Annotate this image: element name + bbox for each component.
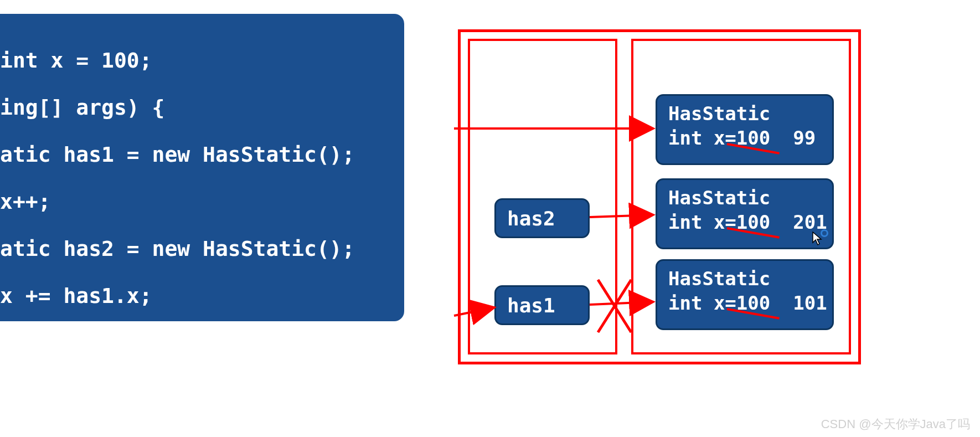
code-panel: int x = 100; ing[] args) { atic has1 = n… [0, 14, 404, 321]
loading-indicator-icon [821, 229, 828, 237]
heap-obj-2: HasStatic int x=100 101 [656, 259, 834, 330]
code-line: atic has2 = new HasStatic(); [0, 237, 404, 261]
code-line: atic has1 = new HasStatic(); [0, 143, 404, 167]
code-line: ing[] args) { [0, 96, 404, 120]
obj-class: HasStatic [668, 102, 770, 125]
heap-obj-1: HasStatic int x=100 201 [656, 178, 834, 249]
watermark: CSDN @今天你学Java了吗 [821, 416, 970, 433]
obj-class: HasStatic [668, 187, 770, 209]
obj-class: HasStatic [668, 268, 770, 290]
stack-var-has2: has2 [494, 198, 590, 238]
stack-var-label: has1 [507, 294, 555, 317]
stack-var-has1: has1 [494, 285, 590, 325]
code-line: x++; [0, 190, 404, 214]
stack-var-label: has2 [507, 207, 555, 230]
code-line: x += has1.x; [0, 284, 404, 308]
code-line: int x = 100; [0, 49, 404, 73]
heap-obj-0: HasStatic int x=100 99 [656, 94, 834, 165]
